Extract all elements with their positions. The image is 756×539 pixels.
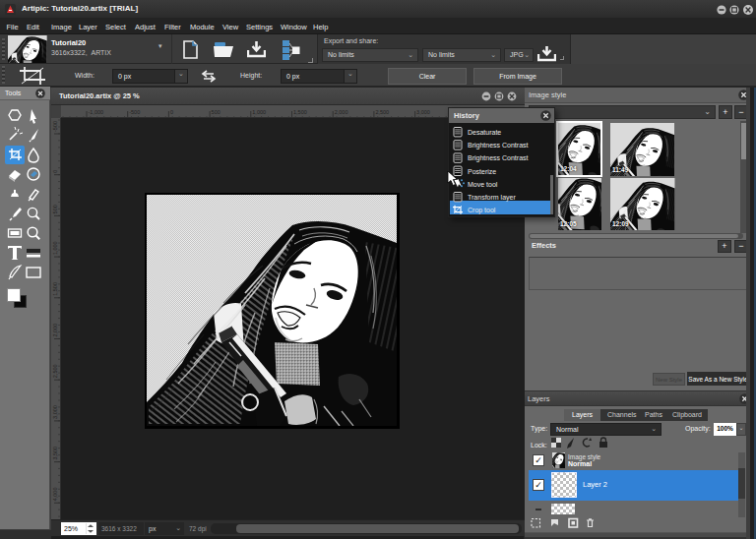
svg-text:Brightness Contrast: Brightness Contrast [468, 142, 529, 150]
svg-text:Crop tool: Crop tool [468, 207, 496, 214]
svg-text:1,500: 1,500 [52, 282, 58, 296]
svg-text:2,500: 2,500 [52, 364, 58, 378]
svg-text:0: 0 [170, 109, 173, 115]
svg-text:Transform layer: Transform layer [468, 194, 516, 202]
svg-text:-500: -500 [129, 109, 140, 115]
svg-text:500: 500 [52, 205, 58, 213]
svg-text:2,000: 2,000 [52, 324, 58, 337]
svg-text:Desaturate: Desaturate [468, 129, 501, 136]
svg-text:3,000: 3,000 [416, 109, 430, 115]
svg-text:1,000: 1,000 [252, 109, 266, 115]
svg-text:3,500: 3,500 [52, 447, 58, 460]
svg-text:500: 500 [212, 109, 220, 115]
svg-text:4,000: 4,000 [52, 488, 58, 502]
svg-text:2,000: 2,000 [335, 109, 348, 115]
svg-text:3,000: 3,000 [52, 405, 58, 419]
svg-text:Move tool: Move tool [468, 181, 498, 188]
svg-text:-500: -500 [52, 121, 58, 132]
svg-text:Posterize: Posterize [468, 168, 496, 175]
svg-text:-1,000: -1,000 [89, 109, 104, 115]
svg-text:1,000: 1,000 [52, 241, 58, 255]
svg-text:Brightness Contrast: Brightness Contrast [468, 154, 529, 162]
svg-text:0: 0 [52, 170, 58, 173]
svg-text:2,500: 2,500 [375, 109, 389, 115]
svg-text:1,500: 1,500 [293, 109, 307, 115]
